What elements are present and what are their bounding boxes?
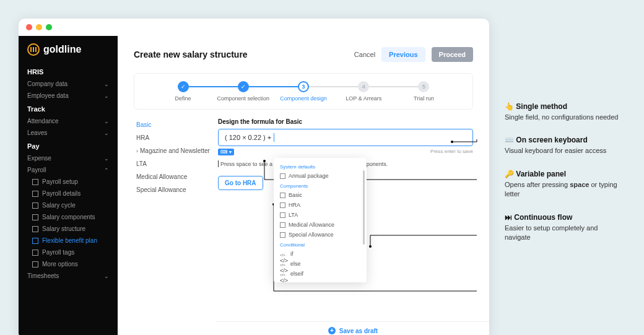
go-to-next-button[interactable]: Go to HRA [218,176,263,190]
step[interactable]: ✓Component selection [213,81,273,102]
dropdown-item[interactable]: Special Allowance [274,230,367,240]
chevron-down-icon: ⌄ [104,155,109,162]
sidebar-section-label: Track [19,102,118,115]
sidebar-subitem[interactable]: Flexible benefit plan [19,235,118,246]
chevron-down-icon: ⌄ [104,130,109,136]
formula-text: ( 120 × 0.22 ) + [225,134,271,141]
code-icon: </> [280,251,287,257]
callout-title: 👆 Single method [505,102,625,111]
sidebar-item[interactable]: Attendance⌄ [19,115,118,127]
step[interactable]: ✓Define [153,81,213,102]
callouts-panel: 👆 Single methodSingle field, no configur… [505,19,625,256]
page-icon [32,191,38,197]
sidebar-subitem[interactable]: Payroll setup [19,176,118,188]
page-header: Create new salary structure Cancel Previ… [118,36,489,69]
page-title: Create new salary structure [134,50,248,59]
chevron-down-icon: ⌄ [104,81,109,87]
file-icon [280,202,285,208]
sidebar-item[interactable]: Timesheets⌄ [19,270,118,282]
sidebar-item[interactable]: Company data⌄ [19,78,118,90]
sidebar-section-label: Pay [19,139,118,152]
component-item[interactable]: Basic [134,118,214,131]
save-draft-button[interactable]: + Save as draft [328,327,378,334]
suggestions-dropdown[interactable]: System defaultsAnnual packageComponentsB… [274,158,367,282]
dropdown-item[interactable]: HRA [274,200,367,210]
designer-title: Design the formula for Basic [218,118,473,125]
footer: + Save as draft [217,321,489,335]
callout-desc: Opens after pressing space or typing let… [505,180,625,199]
component-item[interactable]: HRA [134,131,214,144]
step-circle: 4 [358,81,369,92]
callout: 🔑 Variable panelOpens after pressing spa… [505,170,625,199]
sidebar-subitem[interactable]: Salary structure [19,223,118,235]
page-icon [32,179,38,185]
page-icon [32,226,38,232]
text-cursor [274,133,274,142]
stepper: ✓Define✓Component selection3Component de… [134,73,473,110]
file-icon [280,193,285,198]
dropdown-item[interactable]: LTA [274,210,367,220]
keyboard-badge[interactable]: ⌨ ▾ [218,149,234,155]
callout: ⏭ Continuous flowEasier to setup complet… [505,213,625,243]
app-window: goldline HRISCompany data⌄Employee data⌄… [19,19,489,335]
callout: ⌨️ On screen keyboardVisual keyboard for… [505,136,625,155]
sidebar-subitem[interactable]: Salary components [19,211,118,223]
component-item[interactable]: LTA [134,157,214,170]
dropdown-section-label: Components [274,181,367,190]
step[interactable]: 4LOP & Arrears [334,81,394,102]
file-icon [280,212,285,218]
dropdown-item[interactable]: Medical Allowance [274,220,367,230]
minimize-icon[interactable] [36,24,42,30]
code-icon: </> [280,261,287,267]
main-content: Create new salary structure Cancel Previ… [118,36,489,335]
sidebar-item[interactable]: Expense⌄ [19,152,118,164]
chevron-down-icon: ⌄ [104,118,109,124]
callout-title: 🔑 Variable panel [505,170,625,178]
formula-input[interactable]: ( 120 × 0.22 ) + [218,129,473,146]
step-label: Trial run [414,95,434,102]
callout-title: ⌨️ On screen keyboard [505,136,625,144]
logo-icon [27,43,40,56]
callout-desc: Visual keyboard for easier access [505,146,625,155]
code-icon: </> [280,271,287,277]
step-label: Define [175,95,191,102]
formula-designer: Design the formula for Basic ( 120 × 0.2… [214,113,473,335]
dropdown-scrollbar[interactable] [363,170,365,245]
sidebar-subitem[interactable]: More options [19,258,118,270]
save-draft-label: Save as draft [339,328,378,334]
file-icon [280,222,285,228]
dropdown-item[interactable]: </>if [274,249,367,259]
sidebar-item[interactable]: Employee data⌄ [19,90,118,102]
dropdown-item[interactable]: Basic [274,190,367,200]
step[interactable]: 3Component design [273,81,333,102]
component-item[interactable]: Medical Allowance [134,170,214,183]
previous-button[interactable]: Previous [381,47,425,62]
sidebar-subitem[interactable]: Payroll tags [19,246,118,258]
page-icon [32,261,38,268]
chevron-down-icon: ⌄ [104,273,109,279]
dropdown-item[interactable]: Annual package [274,171,367,181]
titlebar [19,19,489,36]
page-icon [32,202,38,209]
dropdown-section-label: Conditional [274,240,367,249]
step-label: LOP & Arrears [346,95,381,102]
sidebar-item[interactable]: Leaves⌄ [19,127,118,139]
enter-hint: Press enter to save [430,149,473,155]
page-icon [32,214,38,220]
component-item[interactable]: Magazine and Newsletter [134,144,214,157]
maximize-icon[interactable] [46,24,52,30]
sidebar-item[interactable]: Payroll⌃ [19,164,118,176]
sidebar-subitem[interactable]: Payroll details [19,188,118,199]
close-icon[interactable] [26,24,32,30]
chevron-up-icon: ⌃ [104,167,109,173]
proceed-button[interactable]: Proceed [432,47,473,62]
step-circle: ✓ [178,81,189,92]
component-item[interactable]: Special Allowance [134,183,214,196]
sidebar-subitem[interactable]: Salary cycle [19,199,118,211]
step-label: Component selection [217,95,270,102]
step-circle: 3 [298,81,309,92]
cancel-button[interactable]: Cancel [354,51,375,58]
step-label: Component design [280,95,327,102]
component-list: BasicHRAMagazine and NewsletterLTAMedica… [134,113,214,335]
step[interactable]: 5Trial run [394,81,454,102]
